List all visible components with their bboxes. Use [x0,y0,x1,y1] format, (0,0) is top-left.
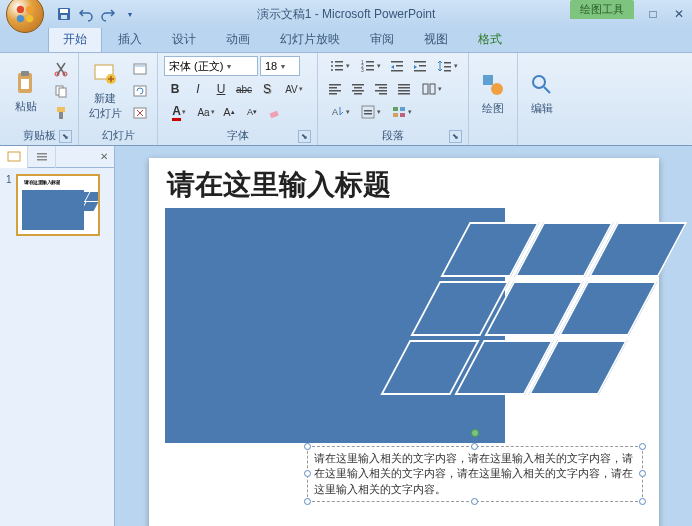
tab-view[interactable]: 视图 [410,27,462,52]
svg-point-0 [17,6,24,13]
resize-handle-ne[interactable] [639,443,646,450]
paste-button[interactable]: 粘贴 [6,56,46,126]
slide-body-textbox[interactable]: 请在这里输入相关的文字内容，请在这里输入相关的文字内容，请在这里输入相关的文字内… [307,446,643,502]
align-text-button[interactable]: ▾ [355,102,385,122]
tab-home[interactable]: 开始 [48,26,102,52]
clear-format-button[interactable] [264,102,286,122]
copy-button[interactable] [50,81,72,101]
new-slide-button[interactable]: 新建 幻灯片 [85,56,125,126]
svg-point-3 [26,15,33,22]
svg-rect-47 [329,93,337,95]
svg-rect-37 [391,70,403,72]
redo-button[interactable] [98,4,118,24]
undo-button[interactable] [76,4,96,24]
slides-tab-icon [7,151,21,163]
clipboard-dialog-launcher[interactable]: ⬊ [59,130,72,143]
char-spacing-button[interactable]: AV▾ [279,79,309,99]
change-case-button[interactable]: Aa▾ [195,102,217,122]
align-right-button[interactable] [370,79,392,99]
bullets-button[interactable]: ▾ [324,56,354,76]
paste-label: 粘贴 [15,99,37,114]
resize-handle-w[interactable] [304,470,311,477]
bold-button[interactable]: B [164,79,186,99]
font-name-combo[interactable]: 宋体 (正文)▾ [164,56,258,76]
resize-handle-nw[interactable] [304,443,311,450]
font-dialog-launcher[interactable]: ⬊ [298,130,311,143]
grow-font-button[interactable]: A▴ [218,102,240,122]
thumbnail-close-button[interactable]: ✕ [94,146,114,167]
tab-slideshow[interactable]: 幻灯片放映 [266,27,354,52]
svg-rect-70 [483,75,493,85]
tab-format[interactable]: 格式 [464,27,516,52]
thumbnail-preview: 请在这里输入标题 [16,174,100,236]
svg-rect-15 [59,112,63,119]
maximize-button[interactable]: □ [640,5,666,23]
svg-rect-9 [21,79,29,89]
group-label-font: 字体⬊ [164,126,311,145]
svg-rect-61 [430,84,435,94]
shrink-font-button[interactable]: A▾ [241,102,263,122]
align-center-button[interactable] [347,79,369,99]
svg-point-25 [331,65,333,67]
svg-rect-58 [398,90,410,92]
numbering-button[interactable]: 123▾ [355,56,385,76]
paragraph-dialog-launcher[interactable]: ⬊ [449,130,462,143]
font-color-button[interactable]: A▾ [164,102,194,122]
svg-text:A: A [332,107,338,117]
line-spacing-button[interactable]: ▾ [432,56,462,76]
reset-button[interactable] [129,81,151,101]
thumbnail-tab-outline[interactable] [28,146,56,168]
tab-design[interactable]: 设计 [158,27,210,52]
increase-indent-button[interactable] [409,56,431,76]
new-slide-icon [91,61,119,89]
italic-button[interactable]: I [187,79,209,99]
title-bar: ▾ 演示文稿1 - Microsoft PowerPoint 绘图工具 ─ □ … [0,0,692,28]
svg-rect-65 [364,113,372,115]
drawing-button[interactable]: 绘图 [475,56,511,131]
svg-rect-57 [398,87,410,89]
align-left-button[interactable] [324,79,346,99]
editing-button[interactable]: 编辑 [524,56,560,131]
smartart-button[interactable]: ▾ [386,102,416,122]
shadow-button[interactable]: S [256,79,278,99]
group-label-drawing [475,131,511,145]
font-size-combo[interactable]: 18▾ [260,56,300,76]
tab-animations[interactable]: 动画 [212,27,264,52]
tab-insert[interactable]: 插入 [104,27,156,52]
svg-rect-43 [444,70,451,72]
format-painter-button[interactable] [50,103,72,123]
decrease-indent-button[interactable] [386,56,408,76]
underline-button[interactable]: U [210,79,232,99]
eraser-icon [267,104,283,120]
svg-rect-59 [398,93,410,95]
resize-handle-se[interactable] [639,498,646,505]
cut-button[interactable] [50,59,72,79]
resize-handle-sw[interactable] [304,498,311,505]
slide-title-placeholder[interactable]: 请在这里输入标题 [167,166,391,204]
resize-handle-n[interactable] [471,443,478,450]
tab-review[interactable]: 审阅 [356,27,408,52]
shapes-icon [479,71,507,99]
slide-editor-area[interactable]: 请在这里输入标题 请在这里输入相关的文字内容，请在这里输入相关的文 [115,146,692,526]
resize-handle-e[interactable] [639,470,646,477]
close-button[interactable]: ✕ [666,5,692,23]
resize-handle-s[interactable] [471,498,478,505]
svg-rect-56 [398,84,410,86]
thumbnail-item[interactable]: 1 请在这里输入标题 [6,174,108,236]
svg-rect-50 [352,90,364,92]
svg-rect-24 [335,61,343,63]
svg-rect-63 [362,106,374,118]
strike-button[interactable]: abc [233,79,255,99]
svg-rect-5 [60,9,68,13]
delete-slide-button[interactable] [129,103,151,123]
qat-customize-button[interactable]: ▾ [120,4,140,24]
svg-rect-76 [37,159,47,161]
justify-button[interactable] [393,79,415,99]
rotate-handle[interactable] [471,429,479,437]
text-direction-button[interactable]: A▾ [324,102,354,122]
save-button[interactable] [54,4,74,24]
thumbnail-tab-slides[interactable] [0,146,28,168]
bullets-icon [329,58,345,74]
columns-button[interactable]: ▾ [416,79,446,99]
layout-button[interactable] [129,59,151,79]
